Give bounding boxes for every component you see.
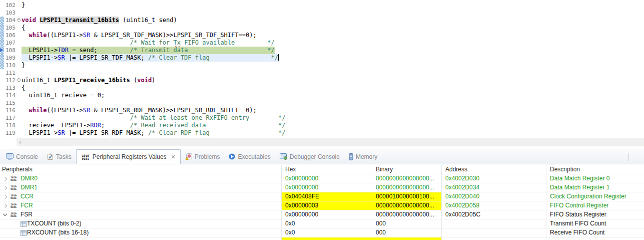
console-icon: [6, 153, 14, 160]
address-cell: 0x4002D040: [442, 192, 546, 201]
line-number: 109: [4, 54, 16, 62]
binary-cell: 0000010000000100...: [372, 192, 442, 201]
column-header-peripherals[interactable]: Peripherals: [0, 165, 282, 174]
fold-column: [16, 32, 22, 39]
hex-cell: [282, 237, 372, 240]
code-line: 107 /* Wait for Tx FIFO available */: [0, 39, 644, 47]
table-row-dmr0[interactable]: 10100101DMR00x000000000000000000000000..…: [0, 174, 644, 183]
description-cell: FIFO Control Register: [546, 201, 644, 210]
chevron-spacer: [14, 230, 18, 234]
chevron-right-icon[interactable]: [3, 194, 7, 198]
scroll-left-arrow-icon[interactable]: ‹: [19, 139, 22, 146]
change-annotation-bar: [0, 17, 4, 24]
tab-problems[interactable]: Problems: [181, 149, 225, 164]
tasks-icon: [47, 153, 54, 160]
code-text: while((LPSPI1->SR & LPSPI_SR_TDF_MASK)>>…: [22, 32, 257, 39]
bottom-panel-tab-bar: ConsoleTasks10100101Peripheral Registers…: [0, 149, 644, 164]
code-line: 106 while((LPSPI1->SR & LPSPI_SR_TDF_MAS…: [0, 32, 644, 39]
tab-debugger-console[interactable]: Debugger Console: [275, 149, 344, 164]
tab-label: Problems: [195, 153, 220, 160]
fold-column: [16, 107, 22, 114]
description-cell: Data Match Register 1: [546, 183, 644, 192]
binary-icon: 10100101: [10, 176, 18, 181]
code-text: }: [22, 62, 25, 69]
chevron-right-icon[interactable]: [3, 203, 7, 207]
line-number: 118: [4, 122, 16, 129]
change-annotation-bar: [0, 114, 4, 122]
change-annotation-bar: [0, 62, 4, 69]
binary-cell: 000: [372, 219, 442, 228]
code-editor[interactable]: 102}103104⊖void LPSPI1_transmit_16bits (…: [0, 0, 644, 138]
line-number: 105: [4, 24, 16, 32]
debugger-console-icon: [280, 153, 287, 160]
tab-tasks[interactable]: Tasks: [43, 149, 76, 164]
code-line: 110}: [0, 62, 644, 69]
tab-console[interactable]: Console: [2, 149, 43, 164]
register-name: RXCOUNT (bits 16-18): [27, 228, 89, 237]
line-number: 113: [4, 84, 16, 92]
chevron-right-icon[interactable]: [3, 176, 7, 180]
code-line: 112⊖uint16_t LPSPI1_receive_16bits (void…: [0, 77, 644, 84]
instruction-pointer-icon: [0, 48, 4, 52]
chevron-right-icon[interactable]: [3, 185, 7, 189]
text-cursor: [278, 54, 279, 61]
peripherals-cell: 10100101FCR: [0, 201, 282, 210]
code-line: 115: [0, 99, 644, 107]
editor-horizontal-scrollbar[interactable]: ‹: [0, 138, 644, 147]
address-cell: 0x4002D058: [442, 201, 546, 210]
line-number: 104: [4, 17, 16, 24]
fold-collapse-icon[interactable]: ⊖: [16, 77, 22, 84]
peripherals-cell: [0, 237, 282, 240]
field-icon: [21, 230, 27, 236]
scrollbar-track[interactable]: ‹: [17, 138, 644, 146]
column-header-hex[interactable]: Hex: [282, 165, 372, 174]
tab-memory[interactable]: Memory: [344, 149, 382, 164]
table-row-fsr[interactable]: 10100101FSR0x000000000000000000000000...…: [0, 210, 644, 219]
code-text: {: [22, 24, 25, 32]
table-row-txcount-bits-0-2-[interactable]: TXCOUNT (bits 0-2)0x0000Transmit FIFO Co…: [0, 219, 644, 228]
fold-column: [16, 114, 22, 122]
binary-cell: 0000000000000000...: [372, 174, 442, 183]
line-number: 102: [4, 2, 16, 9]
fold-column: [16, 54, 22, 62]
column-header-address[interactable]: Address: [442, 165, 546, 174]
column-header-description[interactable]: Description: [546, 165, 644, 174]
code-line: 114 uint16_t recieve = 0;: [0, 92, 644, 99]
binary-icon: 10100101: [10, 212, 18, 217]
tab-peripheral-registers-values[interactable]: 10100101Peripheral Registers Values✕: [76, 149, 181, 164]
chevron-down-icon[interactable]: [3, 212, 7, 216]
executables-icon: [229, 153, 235, 160]
binary-icon: 10100101: [81, 154, 90, 160]
close-icon[interactable]: ✕: [171, 154, 176, 160]
line-number: 107: [4, 39, 16, 47]
code-text: LPSPI1->SR |= LPSPI_SR_TDF_MASK; /* Clea…: [22, 54, 279, 62]
line-number: 106: [4, 32, 16, 39]
line-number: 108: [4, 47, 16, 54]
register-name: FSR: [21, 210, 33, 219]
code-line: 116 while((LPSPI1->SR & LPSPI_SR_RDF_MAS…: [0, 107, 644, 114]
code-text: }: [22, 2, 25, 9]
column-header-binary[interactable]: Binary: [372, 165, 442, 174]
change-annotation-bar: [0, 77, 4, 84]
change-annotation-bar: [0, 47, 4, 54]
description-cell: Receive FIFO Count: [546, 228, 644, 237]
table-row-dmr1[interactable]: 10100101DMR10x000000000000000000000000..…: [0, 183, 644, 192]
fold-column: [16, 9, 22, 17]
hex-cell: 0x00000000: [282, 210, 372, 219]
change-annotation-bar: [0, 92, 4, 99]
code-text: while((LPSPI1->SR & LPSPI_SR_RDF_MASK)>>…: [22, 107, 257, 114]
problems-icon: [185, 153, 192, 160]
hex-cell: 0x00000000: [282, 174, 372, 183]
code-text: uint16_t LPSPI1_receive_16bits (void): [22, 77, 155, 84]
table-row-partial[interactable]: [0, 237, 644, 240]
table-row-fcr[interactable]: 10100101FCR0x000000030000000000000000...…: [0, 201, 644, 210]
code-line: 108 LPSPI1->TDR = send; /* Transmit data…: [0, 47, 644, 54]
table-row-ccr[interactable]: 10100101CCR0x040408FE0000010000000100...…: [0, 192, 644, 201]
tab-executables[interactable]: Executables: [224, 149, 275, 164]
table-row-rxcount-bits-16-18-[interactable]: RXCOUNT (bits 16-18)0x0000Receive FIFO C…: [0, 228, 644, 237]
memory-icon: [349, 153, 353, 160]
fold-collapse-icon[interactable]: ⊖: [16, 17, 22, 24]
change-annotation-bar: [0, 2, 4, 9]
line-number: 114: [4, 92, 16, 99]
binary-cell: 000: [372, 228, 442, 237]
